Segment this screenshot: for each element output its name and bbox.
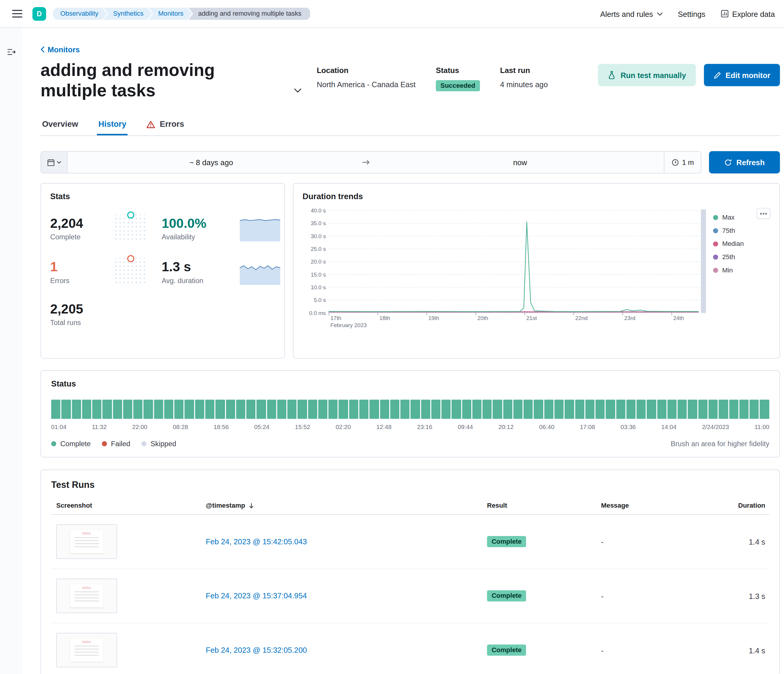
status-bar[interactable]	[411, 400, 420, 419]
status-bar[interactable]	[647, 400, 656, 419]
column-timestamp-sort[interactable]: @timestamp	[206, 502, 254, 509]
breadcrumb-observability[interactable]: Observability	[53, 8, 107, 20]
status-bar[interactable]	[606, 400, 615, 419]
status-bar[interactable]	[667, 400, 677, 419]
breadcrumb-synthetics[interactable]: Synthetics	[103, 8, 152, 20]
chart-options-icon[interactable]	[756, 208, 770, 219]
legend-item[interactable]: Complete	[51, 440, 91, 448]
status-bar[interactable]	[698, 400, 708, 419]
status-bar[interactable]	[596, 400, 605, 419]
status-bar[interactable]	[637, 400, 646, 419]
status-bar[interactable]	[72, 400, 81, 419]
status-bar[interactable]	[750, 400, 759, 419]
status-bar[interactable]	[287, 400, 297, 419]
status-bar[interactable]	[626, 400, 635, 419]
status-bar[interactable]	[92, 400, 101, 419]
status-bar[interactable]	[452, 400, 461, 419]
status-bar[interactable]	[524, 400, 533, 419]
status-bar[interactable]	[442, 400, 451, 419]
legend-item[interactable]: Failed	[102, 440, 130, 448]
status-bar[interactable]	[236, 400, 245, 419]
back-to-monitors-link[interactable]: Monitors	[40, 45, 80, 54]
expand-sidebar-icon[interactable]	[5, 46, 17, 59]
status-bar[interactable]	[390, 400, 399, 419]
status-bar[interactable]	[174, 400, 184, 419]
tab-errors[interactable]: Errors	[145, 115, 185, 135]
legend-item[interactable]: 25th	[713, 253, 767, 261]
run-screenshot-thumbnail[interactable]: todos	[56, 633, 117, 668]
status-bar[interactable]	[103, 400, 112, 419]
status-bar[interactable]	[298, 400, 307, 419]
status-bar[interactable]	[205, 400, 215, 419]
tab-history[interactable]: History	[97, 115, 128, 135]
status-bar[interactable]	[513, 400, 523, 419]
status-bar[interactable]	[123, 400, 132, 419]
status-bar[interactable]	[565, 400, 574, 419]
status-bar[interactable]	[708, 400, 717, 419]
status-bar[interactable]	[51, 400, 60, 419]
status-bar[interactable]	[349, 400, 358, 419]
status-bar[interactable]	[134, 400, 143, 419]
date-range-start[interactable]: ~ 8 days ago	[67, 152, 355, 173]
status-bar[interactable]	[154, 400, 163, 419]
status-bar[interactable]	[657, 400, 666, 419]
status-bar[interactable]	[431, 400, 440, 419]
status-bar[interactable]	[339, 400, 348, 419]
tab-overview[interactable]: Overview	[40, 115, 79, 135]
status-bar[interactable]	[277, 400, 286, 419]
status-bar[interactable]	[544, 400, 553, 419]
main-menu-icon[interactable]	[9, 6, 25, 21]
status-bar[interactable]	[267, 400, 276, 419]
status-bar[interactable]	[359, 400, 369, 419]
settings-link[interactable]: Settings	[678, 9, 705, 18]
status-bar[interactable]	[308, 400, 317, 419]
run-timestamp-link[interactable]: Feb 24, 2023 @ 15:32:05.200	[206, 646, 307, 654]
status-bar[interactable]	[739, 400, 748, 419]
status-bar[interactable]	[143, 400, 152, 419]
alerts-and-rules-menu[interactable]: Alerts and rules	[600, 9, 663, 18]
status-bar[interactable]	[113, 400, 122, 419]
status-bar[interactable]	[61, 400, 71, 419]
status-bar[interactable]	[616, 400, 625, 419]
edit-monitor-button[interactable]: Edit monitor	[704, 64, 780, 86]
status-bar[interactable]	[246, 400, 255, 419]
status-bar[interactable]	[575, 400, 584, 419]
status-bar[interactable]	[318, 400, 327, 419]
status-bar[interactable]	[503, 400, 512, 419]
status-bar[interactable]	[380, 400, 389, 419]
breadcrumb-monitors[interactable]: Monitors	[149, 8, 192, 20]
legend-item[interactable]: 75th	[713, 227, 767, 235]
status-bar[interactable]	[472, 400, 481, 419]
status-bar[interactable]	[370, 400, 379, 419]
legend-item[interactable]: Min	[713, 266, 767, 274]
refresh-interval-control[interactable]: 1 m	[664, 152, 701, 173]
status-bar[interactable]	[195, 400, 204, 419]
run-test-manually-button[interactable]: Run test manually	[598, 64, 696, 86]
status-bars[interactable]	[51, 400, 769, 419]
explore-data-link[interactable]: Explore data	[720, 9, 775, 18]
quick-select-menu[interactable]	[41, 152, 67, 173]
status-bar[interactable]	[760, 400, 769, 419]
legend-item[interactable]: Skipped	[142, 440, 176, 448]
monitor-details-toggle-icon[interactable]	[292, 85, 303, 96]
run-screenshot-thumbnail[interactable]: todos	[56, 524, 117, 559]
run-screenshot-thumbnail[interactable]: todos	[56, 579, 117, 613]
status-bar[interactable]	[493, 400, 502, 419]
status-bar[interactable]	[729, 400, 738, 419]
run-timestamp-link[interactable]: Feb 24, 2023 @ 15:37:04.954	[206, 591, 307, 600]
status-bar[interactable]	[678, 400, 687, 419]
status-bar[interactable]	[421, 400, 430, 419]
status-bar[interactable]	[82, 400, 91, 419]
status-bar[interactable]	[462, 400, 471, 419]
status-bar[interactable]	[226, 400, 235, 419]
status-bar[interactable]	[164, 400, 173, 419]
status-bar[interactable]	[482, 400, 492, 419]
status-bar[interactable]	[400, 400, 409, 419]
status-bar[interactable]	[257, 400, 266, 419]
duration-chart-svg[interactable]: 40.0 s35.0 s30.0 s25.0 s20.0 s15.0 s10.0…	[303, 205, 713, 332]
status-bar[interactable]	[216, 400, 225, 419]
run-timestamp-link[interactable]: Feb 24, 2023 @ 15:42:05.043	[206, 537, 307, 546]
legend-item[interactable]: Median	[713, 240, 767, 248]
status-bar[interactable]	[534, 400, 543, 419]
status-bar[interactable]	[688, 400, 697, 419]
